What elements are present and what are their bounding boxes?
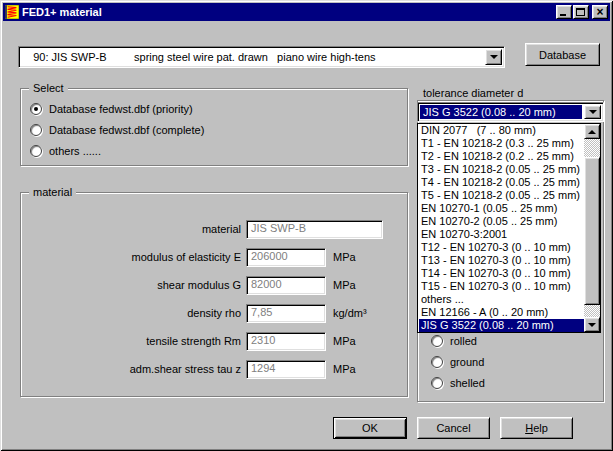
title-bar[interactable]: FED1+ material × (3, 3, 610, 21)
tolerance-list-item[interactable]: others ... (419, 293, 584, 306)
material-field-row: modulus of elasticity E206000MPa (21, 248, 407, 267)
radio-icon[interactable] (431, 356, 443, 368)
scroll-up-button[interactable] (584, 124, 600, 139)
surface-option-label: shelled (450, 377, 485, 389)
material-field-label: adm.shear stress tau z (21, 360, 241, 379)
ok-button[interactable]: OK (333, 417, 407, 439)
scroll-track-lower[interactable] (584, 305, 600, 317)
scroll-thumb[interactable] (584, 157, 600, 305)
tolerance-list-item[interactable]: T3 - EN 10218-2 (0.05 .. 25 mm) (419, 163, 584, 176)
surface-options: rolledgroundshelled (431, 334, 485, 389)
tolerance-list-item[interactable]: T15 - EN 10270-3 (0 .. 10 mm) (419, 280, 584, 293)
tolerance-combo-drop-button[interactable] (584, 105, 601, 119)
material-field-label: modulus of elasticity E (21, 248, 241, 267)
material-group: material materialJIS SWP-Bmodulus of ela… (20, 192, 408, 397)
database-button[interactable]: Database (525, 43, 600, 66)
window-title: FED1+ material (22, 6, 102, 18)
select-option-label: Database fedwst.dbf (complete) (49, 124, 204, 136)
material-field-row: density rho7,85kg/dm³ (21, 304, 407, 323)
arrow-down-icon (588, 323, 596, 327)
select-option-database-fedwst-dbf-priority-[interactable]: Database fedwst.dbf (priority) (30, 102, 204, 115)
material-field-input[interactable]: 2310 (246, 332, 326, 351)
scroll-down-button[interactable] (584, 317, 600, 332)
material-field-input[interactable]: 7,85 (246, 304, 326, 323)
chevron-down-icon (589, 110, 597, 114)
surface-option-rolled[interactable]: rolled (431, 334, 485, 347)
tolerance-list-item[interactable]: EN 10270-1 (0.05 .. 25 mm) (419, 202, 584, 215)
scroll-track-upper[interactable] (584, 139, 600, 157)
ok-button-label: OK (362, 422, 378, 434)
select-group: Select Database fedwst.dbf (priority)Dat… (20, 88, 408, 166)
tolerance-list-item[interactable]: EN 10270-3:2001 (419, 228, 584, 241)
maximize-icon (576, 8, 585, 16)
select-option-label: Database fedwst.dbf (priority) (49, 103, 193, 115)
radio-icon[interactable] (30, 103, 42, 115)
close-button[interactable]: × (592, 5, 608, 19)
material-field-unit: kg/dm³ (333, 304, 367, 323)
tolerance-list-item[interactable]: T14 - EN 10270-3 (0 .. 10 mm) (419, 267, 584, 280)
select-option-label: others ...... (49, 145, 101, 157)
material-field-label: material (21, 220, 241, 239)
material-field-unit: MPa (333, 276, 356, 295)
select-group-label: Select (29, 82, 68, 95)
material-field-label: shear modulus G (21, 276, 241, 295)
arrow-up-icon (588, 130, 596, 134)
database-button-label: Database (539, 49, 586, 61)
material-field-row: adm.shear stress tau z1294MPa (21, 360, 407, 379)
tolerance-list-item[interactable]: T1 - EN 10218-2 (0.3 .. 25 mm) (419, 137, 584, 150)
material-combo-drop-button[interactable] (485, 49, 502, 65)
material-select-combo[interactable]: 90: JIS SWP-B spring steel wire pat. dra… (18, 46, 505, 68)
tolerance-list-item[interactable]: EN 12166 - A (0 .. 20 mm) (419, 306, 584, 319)
material-field-unit: MPa (333, 248, 356, 267)
tolerance-list-item[interactable]: T5 - EN 10218-2 (0.05 .. 25 mm) (419, 189, 584, 202)
tolerance-diameter-label: tolerance diameter d (423, 87, 523, 99)
tolerance-list-item[interactable]: T2 - EN 10218-2 (0.2 .. 25 mm) (419, 150, 584, 163)
help-button-label: Help (525, 422, 548, 434)
radio-icon[interactable] (431, 377, 443, 389)
minimize-button[interactable] (556, 5, 572, 19)
material-field-input[interactable]: 82000 (246, 276, 326, 295)
select-options: Database fedwst.dbf (priority)Database f… (30, 102, 204, 157)
material-field-unit: MPa (333, 360, 356, 379)
tolerance-list-item[interactable]: T4 - EN 10218-2 (0.05 .. 25 mm) (419, 176, 584, 189)
tolerance-list-item[interactable]: T13 - EN 10270-3 (0 .. 10 mm) (419, 254, 584, 267)
tolerance-combo-value: JIS G 3522 (0.08 .. 20 mm) (420, 105, 582, 119)
surface-option-label: rolled (450, 335, 477, 347)
surface-option-label: ground (450, 356, 484, 368)
chevron-down-icon (490, 55, 498, 59)
tolerance-combo[interactable]: JIS G 3522 (0.08 .. 20 mm) (417, 102, 604, 122)
select-option-database-fedwst-dbf-complete-[interactable]: Database fedwst.dbf (complete) (30, 123, 204, 136)
spring-app-icon (5, 5, 19, 19)
tolerance-list-item[interactable]: JIS G 3522 (0.08 .. 20 mm) (419, 319, 584, 332)
radio-icon[interactable] (30, 124, 42, 136)
tolerance-list-item[interactable]: DIN 2077 (7 .. 80 mm) (419, 124, 584, 137)
radio-icon[interactable] (431, 335, 443, 347)
cancel-button-label: Cancel (436, 422, 470, 434)
material-field-input[interactable]: 206000 (246, 248, 326, 267)
surface-option-shelled[interactable]: shelled (431, 376, 485, 389)
material-field-row: shear modulus G82000MPa (21, 276, 407, 295)
maximize-button[interactable] (573, 5, 589, 19)
material-field-label: density rho (21, 304, 241, 323)
tolerance-list-items: DIN 2077 (7 .. 80 mm)T1 - EN 10218-2 (0.… (419, 124, 584, 332)
list-scrollbar[interactable] (584, 124, 600, 332)
tolerance-list-item[interactable]: EN 10270-2 (0.05 .. 25 mm) (419, 215, 584, 228)
surface-option-ground[interactable]: ground (431, 355, 485, 368)
close-icon: × (593, 5, 607, 19)
select-option-others-[interactable]: others ...... (30, 144, 204, 157)
help-button[interactable]: Help (500, 417, 573, 439)
material-dialog: FED1+ material × 90: JIS SWP-B spring st… (0, 0, 613, 451)
material-field-label: tensile strength Rm (21, 332, 241, 351)
material-field-row: materialJIS SWP-B (21, 220, 407, 239)
material-field-row: tensile strength Rm2310MPa (21, 332, 407, 351)
material-field-input[interactable]: JIS SWP-B (246, 220, 383, 239)
material-fields: materialJIS SWP-Bmodulus of elasticity E… (21, 193, 407, 396)
material-select-value: 90: JIS SWP-B spring steel wire pat. dra… (21, 49, 484, 65)
cancel-button[interactable]: Cancel (417, 417, 490, 439)
tolerance-list-item[interactable]: T12 - EN 10270-3 (0 .. 10 mm) (419, 241, 584, 254)
material-field-unit: MPa (333, 332, 356, 351)
material-field-input[interactable]: 1294 (246, 360, 326, 379)
minimize-icon (560, 14, 566, 16)
tolerance-dropdown-list[interactable]: DIN 2077 (7 .. 80 mm)T1 - EN 10218-2 (0.… (417, 123, 601, 333)
radio-icon[interactable] (30, 145, 42, 157)
